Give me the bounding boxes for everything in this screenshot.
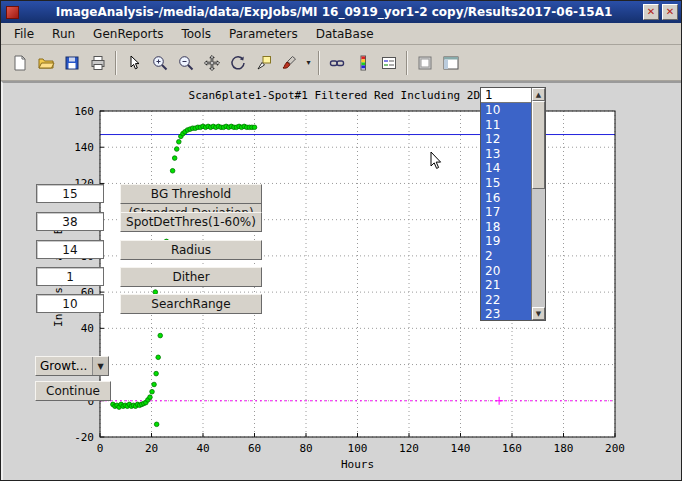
link-plot-button[interactable] (324, 50, 350, 76)
plot-canvas[interactable]: 020406080100120140160180200-200204060801… (3, 83, 682, 481)
zoom-out-button[interactable] (173, 50, 199, 76)
menu-bar: File Run GenReports Tools Parameters Dat… (1, 23, 681, 45)
data-cursor-icon (255, 54, 273, 72)
show-plot-tools-icon (442, 54, 460, 72)
menu-item-database[interactable]: DataBase (307, 25, 383, 43)
figure-area: 020406080100120140160180200-200204060801… (1, 81, 682, 481)
zoom-in-button[interactable] (147, 50, 173, 76)
bg-threshold-field[interactable] (36, 184, 104, 203)
spot-listbox: 1 10 11 12 13 14 15 16 17 18 19 2 20 21 … (480, 87, 546, 321)
menu-item-tools[interactable]: Tools (172, 25, 220, 43)
scroll-down-icon[interactable]: ▼ (532, 307, 545, 320)
spotdetthres-button[interactable]: SpotDetThres(1-60%) (120, 212, 262, 232)
dither-button[interactable]: Dither (120, 267, 262, 287)
spot-list-current[interactable]: 1 (481, 88, 532, 103)
growth-dropdown[interactable]: Growt... ▼ (35, 356, 109, 376)
svg-text:100: 100 (348, 442, 368, 455)
hide-plot-tools-button[interactable] (412, 50, 438, 76)
spot-list-scrollbar[interactable]: ▲ ▼ (531, 88, 545, 320)
brush-button[interactable] (277, 50, 303, 76)
window-menu-icon[interactable] (6, 6, 19, 19)
brush-dropdown-arrow-icon[interactable]: ▾ (303, 50, 314, 76)
title-bar[interactable]: ImageAnalysis-/media/data/ExpJobs/MI 16_… (1, 1, 681, 23)
svg-text:160: 160 (74, 105, 94, 118)
svg-text:-20: -20 (74, 431, 94, 444)
scroll-up-icon[interactable]: ▲ (532, 88, 545, 101)
spot-list-item[interactable]: 18 (481, 220, 532, 235)
menu-item-parameters[interactable]: Parameters (220, 25, 307, 43)
pan-icon (203, 54, 221, 72)
svg-text:180: 180 (554, 442, 574, 455)
spot-list-item[interactable]: 17 (481, 205, 532, 220)
spot-list-item[interactable]: 23 (481, 307, 532, 321)
spot-list-item[interactable]: 16 (481, 191, 532, 206)
spot-list-item[interactable]: 14 (481, 161, 532, 176)
print-figure-button[interactable] (85, 50, 111, 76)
scroll-thumb[interactable] (532, 101, 545, 189)
open-file-icon (37, 54, 55, 72)
dither-field[interactable] (36, 267, 104, 286)
new-figure-icon (11, 54, 29, 72)
spot-list-item[interactable]: 22 (481, 293, 532, 308)
searchrange-button[interactable]: SearchRange (120, 294, 262, 314)
radius-button[interactable]: Radius (120, 240, 262, 260)
spot-list-item[interactable]: 13 (481, 147, 532, 162)
chevron-down-icon[interactable]: ▼ (92, 357, 108, 375)
maximize-button[interactable]: ✕ (643, 4, 659, 20)
spot-list-items: 10 11 12 13 14 15 16 17 18 19 2 20 21 22… (481, 103, 532, 320)
svg-text:80: 80 (299, 442, 312, 455)
insert-colorbar-button[interactable] (350, 50, 376, 76)
menu-item-genreports[interactable]: GenReports (84, 25, 172, 43)
spot-list-item[interactable]: 19 (481, 234, 532, 249)
svg-text:140: 140 (451, 442, 471, 455)
radius-field[interactable] (36, 240, 104, 259)
svg-text:Hours: Hours (341, 458, 374, 471)
insert-legend-button[interactable] (376, 50, 402, 76)
insert-legend-icon (380, 54, 398, 72)
spot-list-item[interactable]: 2 (481, 249, 532, 264)
bg-threshold-button[interactable]: BG Threshold (120, 184, 262, 204)
svg-text:140: 140 (74, 141, 94, 154)
save-figure-button[interactable] (59, 50, 85, 76)
spot-list-item[interactable]: 15 (481, 176, 532, 191)
zoom-in-icon (151, 54, 169, 72)
spot-list-item[interactable]: 10 (481, 103, 532, 118)
spotdetthres-field[interactable] (36, 212, 104, 231)
show-plot-tools-button[interactable] (438, 50, 464, 76)
toolbar: ▾ (1, 45, 681, 81)
svg-text:160: 160 (502, 442, 522, 455)
menu-item-file[interactable]: File (5, 25, 43, 43)
app-window: ImageAnalysis-/media/data/ExpJobs/MI 16_… (0, 0, 682, 481)
continue-button[interactable]: Continue (35, 381, 111, 401)
growth-dropdown-label: Growt... (36, 359, 92, 373)
open-file-button[interactable] (33, 50, 59, 76)
svg-text:40: 40 (196, 442, 209, 455)
spot-list-item[interactable]: 12 (481, 132, 532, 147)
edit-plot-icon (125, 54, 143, 72)
new-figure-button[interactable] (7, 50, 33, 76)
svg-text:60: 60 (248, 442, 261, 455)
spot-list-item[interactable]: 11 (481, 118, 532, 133)
rotate-3d-icon (229, 54, 247, 72)
spot-list-item[interactable]: 20 (481, 264, 532, 279)
window-title: ImageAnalysis-/media/data/ExpJobs/MI 16_… (25, 5, 643, 19)
print-figure-icon (89, 54, 107, 72)
insert-colorbar-icon (354, 54, 372, 72)
link-plot-icon (328, 54, 346, 72)
edit-plot-button[interactable] (121, 50, 147, 76)
close-button[interactable]: ✕ (662, 4, 678, 20)
spot-list-item[interactable]: 21 (481, 278, 532, 293)
svg-text:120: 120 (399, 442, 419, 455)
pan-button[interactable] (199, 50, 225, 76)
data-cursor-button[interactable] (251, 50, 277, 76)
save-figure-icon (63, 54, 81, 72)
svg-text:0: 0 (97, 442, 104, 455)
svg-text:20: 20 (145, 442, 158, 455)
rotate-3d-button[interactable] (225, 50, 251, 76)
searchrange-field[interactable] (36, 294, 104, 313)
svg-text:200: 200 (605, 442, 625, 455)
svg-text:Scan6plate1-Spot#1 Filtered Re: Scan6plate1-Spot#1 Filtered Red Includin… (189, 89, 527, 102)
menu-item-run[interactable]: Run (43, 25, 84, 43)
hide-plot-tools-icon (416, 54, 434, 72)
toolbar-separator (115, 51, 117, 75)
